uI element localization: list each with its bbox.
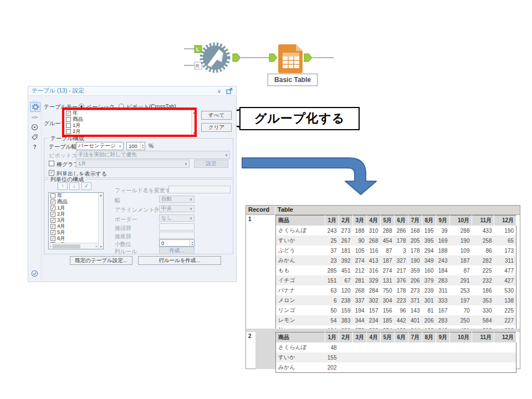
input-anchor-L[interactable]: L — [195, 45, 202, 53]
column-scrollbar-h[interactable]: ‹ › — [49, 243, 98, 249]
sidebar-tab-test[interactable] — [30, 122, 39, 131]
decimal-label: 小数位 — [115, 241, 131, 248]
column-header: 10月 — [450, 216, 472, 226]
list-item[interactable]: ✓1月 — [49, 205, 98, 211]
cell-value: 349 — [422, 255, 436, 265]
popout-icon[interactable] — [226, 88, 233, 94]
cell-value: 178 — [408, 245, 422, 255]
cell-value: 329 — [367, 275, 381, 285]
cell-value — [381, 342, 395, 352]
cell-value — [436, 362, 450, 373]
alignment-value: 中央 — [161, 205, 172, 212]
table-row: メロン6238337302304223371301333197353138 — [276, 295, 516, 305]
checkbox[interactable] — [50, 193, 55, 198]
suffix-input — [159, 232, 195, 239]
pivot-style-value: 手法を実効に対して優先 — [78, 151, 136, 158]
show-headers-checkbox[interactable]: ✓ — [49, 170, 54, 176]
list-item[interactable]: ✓商品 — [49, 199, 98, 205]
cell-value: 187 — [381, 255, 395, 265]
cell-value: 186 — [472, 285, 494, 295]
sidebar-tab-code[interactable]: </> — [30, 112, 39, 121]
checkbox[interactable]: ✓ — [50, 236, 55, 241]
default-table-settings-button[interactable]: 既定のテーブル設定... — [70, 256, 132, 265]
status-ok-icon — [30, 269, 39, 278]
cell-product: すいか — [276, 236, 325, 245]
output-anchor[interactable] — [233, 54, 241, 62]
input-anchor[interactable] — [269, 54, 277, 62]
move-down-button[interactable]: ↓ — [69, 182, 79, 190]
cell-value — [339, 362, 353, 373]
table-row: バナナ63120268284750178273239311253186530 — [276, 285, 516, 295]
cell-value: 371 — [408, 295, 422, 305]
highlight-box — [62, 108, 197, 137]
move-up-button[interactable]: ↑ — [58, 182, 68, 190]
list-item[interactable]: 年 — [49, 193, 98, 199]
cell-value: 159 — [339, 305, 353, 315]
scroll-down-icon[interactable]: ▼ — [100, 245, 103, 248]
spin-down-icon[interactable]: ▾ — [142, 146, 144, 149]
cell-value — [367, 362, 381, 373]
spin-down-icon: ▾ — [191, 243, 193, 246]
input-anchor-R[interactable]: R — [195, 62, 202, 69]
cell-value: 63 — [325, 285, 339, 295]
select-all-button[interactable]: すべて — [201, 111, 232, 120]
list-item[interactable]: ✓2月 — [49, 211, 98, 217]
column-header: 3月 — [353, 216, 367, 226]
scroll-up-icon[interactable]: ▲ — [100, 193, 103, 197]
cell-value — [494, 362, 516, 373]
cell-value — [367, 342, 381, 352]
column-config-list[interactable]: 年✓商品✓1月✓2月✓3月✓4月✓5月✓6月✓7月✓8月 — [49, 193, 98, 249]
list-item[interactable]: ✓3月 — [49, 217, 98, 223]
width-value-spinner[interactable]: 100 ▴▾ — [126, 142, 145, 150]
sidebar-tab-annotation[interactable] — [30, 132, 39, 141]
suffix-label: 接尾辞 — [115, 233, 131, 241]
column-config-listbox[interactable]: 年✓商品✓1月✓2月✓3月✓4月✓5月✓6月✓7月✓8月 ▲ ▼ ‹ › — [48, 192, 104, 249]
list-item[interactable]: ✓5月 — [49, 229, 98, 236]
result-table: Record Table 1 商品1月2月3月4月5月6月7月8月9月10月11… — [245, 205, 520, 369]
alignment-label: アラインメント(H) — [115, 206, 162, 214]
list-item[interactable]: ✓4月 — [49, 223, 98, 229]
sidebar-tab-settings[interactable] — [30, 102, 40, 112]
checkbox[interactable]: ✓ — [50, 224, 55, 229]
check-all-button[interactable]: ✓ — [81, 182, 91, 190]
scroll-right-icon[interactable]: › — [95, 244, 97, 249]
rename-field-input — [168, 186, 231, 193]
anchor-label-R: R — [196, 63, 200, 69]
table-width-dropdown[interactable]: パーセンテージ ∨ — [76, 142, 124, 150]
table-row: さくらんぼ48 — [276, 342, 516, 352]
cell-value: 353 — [472, 295, 494, 305]
checkbox[interactable]: ✓ — [50, 230, 55, 235]
cell-value: 273 — [408, 285, 422, 295]
table-row: レモン54383344234185442401206283250584227 — [276, 315, 516, 325]
cell-product: ぶどう — [276, 245, 325, 255]
table-row: すいか252679026845417820539516919025865 — [276, 236, 516, 245]
list-item[interactable]: ✓6月 — [49, 236, 98, 242]
table-config-tool-icon[interactable] — [202, 44, 228, 71]
basic-table-tool-icon[interactable] — [278, 44, 303, 73]
output-anchor[interactable] — [304, 54, 312, 62]
create-row-rule-button[interactable]: 行ルールを作成... — [138, 256, 221, 265]
cell-value: 225 — [494, 305, 516, 315]
cell-value: 401 — [408, 315, 422, 325]
bar-graph-checkbox[interactable] — [49, 161, 54, 166]
checkbox[interactable]: ✓ — [50, 206, 55, 211]
checkbox[interactable]: ✓ — [50, 200, 55, 204]
cell-product: バナナ — [276, 285, 325, 295]
cell-value: 6 — [325, 295, 339, 305]
cell-product: みかん — [276, 362, 325, 373]
cell-value: 194 — [353, 305, 367, 315]
table-row: すいか155 — [276, 352, 516, 362]
column-scrollbar-v[interactable]: ▲ ▼ — [98, 193, 103, 249]
clear-button[interactable]: クリア — [201, 123, 232, 132]
sidebar-tab-help[interactable]: ? — [30, 142, 39, 151]
scrollbar-thumb[interactable] — [53, 244, 80, 248]
chevron-down-icon[interactable]: ∨ — [217, 88, 221, 94]
scroll-left-icon[interactable]: ‹ — [50, 244, 52, 249]
check-circle-icon — [31, 270, 38, 277]
cell-value: 451 — [339, 265, 353, 275]
checkbox[interactable]: ✓ — [50, 218, 55, 223]
checkbox[interactable]: ✓ — [50, 212, 55, 217]
cell-value: 206 — [408, 275, 422, 285]
table-width-label: テーブル幅 — [49, 143, 77, 151]
cell-value: 311 — [494, 255, 516, 265]
